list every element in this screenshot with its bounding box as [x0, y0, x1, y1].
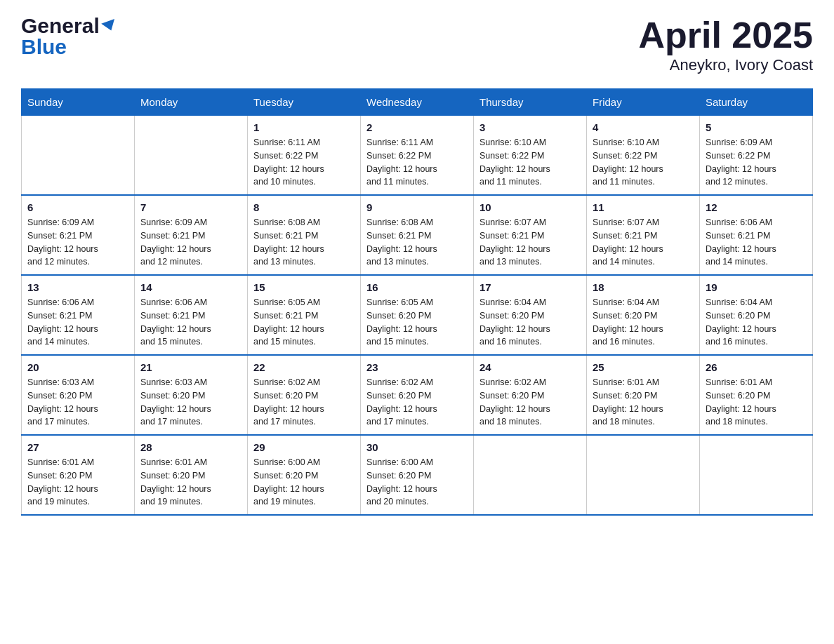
day-info: Sunrise: 6:00 AM Sunset: 6:20 PM Dayligh… — [253, 456, 355, 509]
weekday-header: Friday — [587, 89, 700, 116]
day-number: 21 — [140, 361, 241, 373]
calendar-cell: 10Sunrise: 6:07 AM Sunset: 6:21 PM Dayli… — [474, 195, 587, 275]
day-number: 10 — [479, 201, 581, 213]
calendar-cell: 1Sunrise: 6:11 AM Sunset: 6:22 PM Daylig… — [248, 116, 361, 196]
day-number: 18 — [593, 281, 694, 293]
day-info: Sunrise: 6:01 AM Sunset: 6:20 PM Dayligh… — [593, 376, 694, 429]
day-number: 1 — [253, 121, 355, 133]
calendar-cell: 27Sunrise: 6:01 AM Sunset: 6:20 PM Dayli… — [22, 435, 135, 515]
day-number: 26 — [706, 361, 807, 373]
day-number: 13 — [27, 281, 128, 293]
day-number: 4 — [593, 121, 694, 133]
day-number: 29 — [253, 441, 355, 453]
day-number: 12 — [706, 201, 807, 213]
weekday-header: Thursday — [474, 89, 587, 116]
day-number: 16 — [366, 281, 468, 293]
day-info: Sunrise: 6:02 AM Sunset: 6:20 PM Dayligh… — [366, 376, 468, 429]
calendar-cell: 14Sunrise: 6:06 AM Sunset: 6:21 PM Dayli… — [135, 275, 248, 355]
day-number: 25 — [593, 361, 694, 373]
weekday-header: Saturday — [700, 89, 813, 116]
calendar-cell: 5Sunrise: 6:09 AM Sunset: 6:22 PM Daylig… — [700, 116, 813, 196]
weekday-header-row: SundayMondayTuesdayWednesdayThursdayFrid… — [22, 89, 813, 116]
calendar-title: April 2025 — [638, 14, 813, 56]
day-info: Sunrise: 6:11 AM Sunset: 6:22 PM Dayligh… — [366, 136, 468, 189]
day-number: 30 — [366, 441, 468, 453]
day-info: Sunrise: 6:09 AM Sunset: 6:21 PM Dayligh… — [27, 216, 128, 269]
calendar-cell: 13Sunrise: 6:06 AM Sunset: 6:21 PM Dayli… — [22, 275, 135, 355]
day-info: Sunrise: 6:06 AM Sunset: 6:21 PM Dayligh… — [27, 296, 128, 349]
day-info: Sunrise: 6:05 AM Sunset: 6:20 PM Dayligh… — [366, 296, 468, 349]
day-info: Sunrise: 6:04 AM Sunset: 6:20 PM Dayligh… — [479, 296, 581, 349]
day-number: 6 — [27, 201, 128, 213]
logo-blue: Blue — [21, 35, 67, 59]
calendar-cell: 18Sunrise: 6:04 AM Sunset: 6:20 PM Dayli… — [587, 275, 700, 355]
calendar-week-row: 1Sunrise: 6:11 AM Sunset: 6:22 PM Daylig… — [22, 116, 813, 196]
day-info: Sunrise: 6:06 AM Sunset: 6:21 PM Dayligh… — [706, 216, 807, 269]
calendar-cell — [700, 435, 813, 515]
day-number: 22 — [253, 361, 355, 373]
calendar-cell: 25Sunrise: 6:01 AM Sunset: 6:20 PM Dayli… — [587, 355, 700, 435]
day-number: 9 — [366, 201, 468, 213]
day-number: 17 — [479, 281, 581, 293]
day-number: 20 — [27, 361, 128, 373]
calendar-cell: 24Sunrise: 6:02 AM Sunset: 6:20 PM Dayli… — [474, 355, 587, 435]
title-block: April 2025 Aneykro, Ivory Coast — [638, 14, 813, 74]
calendar-cell: 11Sunrise: 6:07 AM Sunset: 6:21 PM Dayli… — [587, 195, 700, 275]
day-number: 8 — [253, 201, 355, 213]
logo: General Blue — [21, 14, 117, 59]
calendar-cell: 3Sunrise: 6:10 AM Sunset: 6:22 PM Daylig… — [474, 116, 587, 196]
weekday-header: Wednesday — [361, 89, 474, 116]
day-info: Sunrise: 6:00 AM Sunset: 6:20 PM Dayligh… — [366, 456, 468, 509]
day-info: Sunrise: 6:11 AM Sunset: 6:22 PM Dayligh… — [253, 136, 355, 189]
day-info: Sunrise: 6:09 AM Sunset: 6:22 PM Dayligh… — [706, 136, 807, 189]
day-info: Sunrise: 6:01 AM Sunset: 6:20 PM Dayligh… — [140, 456, 241, 509]
calendar-cell — [587, 435, 700, 515]
day-info: Sunrise: 6:03 AM Sunset: 6:20 PM Dayligh… — [27, 376, 128, 429]
calendar-cell: 19Sunrise: 6:04 AM Sunset: 6:20 PM Dayli… — [700, 275, 813, 355]
calendar-cell: 2Sunrise: 6:11 AM Sunset: 6:22 PM Daylig… — [361, 116, 474, 196]
day-info: Sunrise: 6:06 AM Sunset: 6:21 PM Dayligh… — [140, 296, 241, 349]
calendar-cell: 22Sunrise: 6:02 AM Sunset: 6:20 PM Dayli… — [248, 355, 361, 435]
calendar-week-row: 13Sunrise: 6:06 AM Sunset: 6:21 PM Dayli… — [22, 275, 813, 355]
page-header: General Blue April 2025 Aneykro, Ivory C… — [21, 14, 813, 74]
day-number: 27 — [27, 441, 128, 453]
calendar-cell: 7Sunrise: 6:09 AM Sunset: 6:21 PM Daylig… — [135, 195, 248, 275]
day-info: Sunrise: 6:08 AM Sunset: 6:21 PM Dayligh… — [253, 216, 355, 269]
day-number: 23 — [366, 361, 468, 373]
day-number: 7 — [140, 201, 241, 213]
calendar-cell: 16Sunrise: 6:05 AM Sunset: 6:20 PM Dayli… — [361, 275, 474, 355]
calendar-cell: 15Sunrise: 6:05 AM Sunset: 6:21 PM Dayli… — [248, 275, 361, 355]
calendar-cell: 4Sunrise: 6:10 AM Sunset: 6:22 PM Daylig… — [587, 116, 700, 196]
day-number: 5 — [706, 121, 807, 133]
calendar-cell: 28Sunrise: 6:01 AM Sunset: 6:20 PM Dayli… — [135, 435, 248, 515]
calendar-week-row: 6Sunrise: 6:09 AM Sunset: 6:21 PM Daylig… — [22, 195, 813, 275]
weekday-header: Monday — [135, 89, 248, 116]
calendar-week-row: 20Sunrise: 6:03 AM Sunset: 6:20 PM Dayli… — [22, 355, 813, 435]
day-info: Sunrise: 6:04 AM Sunset: 6:20 PM Dayligh… — [593, 296, 694, 349]
calendar-cell: 20Sunrise: 6:03 AM Sunset: 6:20 PM Dayli… — [22, 355, 135, 435]
calendar-cell: 12Sunrise: 6:06 AM Sunset: 6:21 PM Dayli… — [700, 195, 813, 275]
day-info: Sunrise: 6:04 AM Sunset: 6:20 PM Dayligh… — [706, 296, 807, 349]
calendar-cell: 30Sunrise: 6:00 AM Sunset: 6:20 PM Dayli… — [361, 435, 474, 515]
calendar-cell: 6Sunrise: 6:09 AM Sunset: 6:21 PM Daylig… — [22, 195, 135, 275]
day-info: Sunrise: 6:10 AM Sunset: 6:22 PM Dayligh… — [479, 136, 581, 189]
calendar-cell: 8Sunrise: 6:08 AM Sunset: 6:21 PM Daylig… — [248, 195, 361, 275]
day-info: Sunrise: 6:03 AM Sunset: 6:20 PM Dayligh… — [140, 376, 241, 429]
day-number: 19 — [706, 281, 807, 293]
day-info: Sunrise: 6:05 AM Sunset: 6:21 PM Dayligh… — [253, 296, 355, 349]
day-info: Sunrise: 6:09 AM Sunset: 6:21 PM Dayligh… — [140, 216, 241, 269]
weekday-header: Sunday — [22, 89, 135, 116]
day-info: Sunrise: 6:02 AM Sunset: 6:20 PM Dayligh… — [253, 376, 355, 429]
day-info: Sunrise: 6:02 AM Sunset: 6:20 PM Dayligh… — [479, 376, 581, 429]
day-number: 28 — [140, 441, 241, 453]
calendar-week-row: 27Sunrise: 6:01 AM Sunset: 6:20 PM Dayli… — [22, 435, 813, 515]
day-number: 2 — [366, 121, 468, 133]
day-info: Sunrise: 6:07 AM Sunset: 6:21 PM Dayligh… — [479, 216, 581, 269]
calendar-cell: 23Sunrise: 6:02 AM Sunset: 6:20 PM Dayli… — [361, 355, 474, 435]
day-number: 24 — [479, 361, 581, 373]
calendar-subtitle: Aneykro, Ivory Coast — [638, 56, 813, 74]
day-number: 15 — [253, 281, 355, 293]
logo-general: General — [21, 14, 100, 38]
day-info: Sunrise: 6:08 AM Sunset: 6:21 PM Dayligh… — [366, 216, 468, 269]
calendar-cell — [22, 116, 135, 196]
